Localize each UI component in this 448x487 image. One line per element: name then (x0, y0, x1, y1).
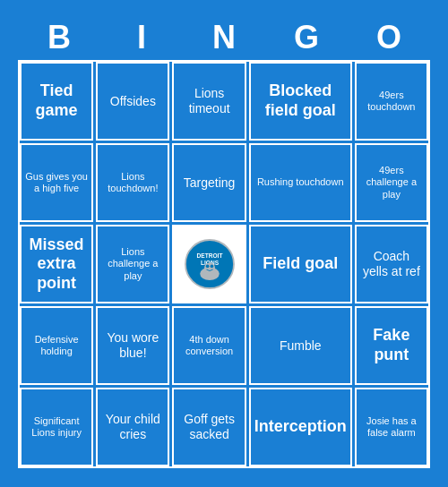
svg-point-5 (205, 265, 209, 269)
cell-text-0: Tied game (25, 81, 88, 120)
bingo-cell-3[interactable]: Blocked field goal (249, 62, 352, 141)
bingo-cell-23[interactable]: Interception (249, 388, 352, 466)
cell-text-8: Rushing touchdown (257, 176, 344, 188)
bingo-card: BINGO Tied gameOffsidesLions timeoutBloc… (9, 10, 439, 477)
bingo-cell-21[interactable]: Your child cries (96, 388, 169, 466)
bingo-cell-22[interactable]: Goff gets sacked (172, 388, 246, 466)
cell-text-5: Gus gives you a high five (25, 171, 88, 194)
bingo-letter-i: I (102, 19, 181, 56)
svg-text:DETROIT: DETROIT (196, 252, 222, 259)
bingo-cell-10[interactable]: Missed extra point (20, 225, 93, 303)
bingo-header: BINGO (18, 19, 430, 56)
cell-text-3: Blocked field goal (254, 81, 347, 120)
cell-text-11: Lions challenge a play (101, 246, 164, 282)
cell-text-15: Defensive holding (25, 334, 88, 357)
bingo-cell-7[interactable]: Targeting (172, 143, 246, 222)
cell-text-1: Offsides (110, 94, 156, 109)
bingo-cell-8[interactable]: Rushing touchdown (249, 143, 352, 222)
cell-text-18: Fumble (280, 338, 322, 354)
bingo-letter-g: G (267, 19, 346, 56)
cell-text-13: Field goal (263, 254, 338, 274)
bingo-letter-o: O (349, 19, 428, 56)
bingo-cell-14[interactable]: Coach yells at ref (355, 225, 428, 303)
cell-text-23: Interception (254, 417, 347, 437)
bingo-cell-12[interactable]: DETROIT LIONS (172, 225, 246, 303)
bingo-cell-19[interactable]: Fake punt (355, 306, 428, 385)
bingo-cell-17[interactable]: 4th down conversion (172, 306, 246, 385)
bingo-cell-15[interactable]: Defensive holding (20, 306, 93, 385)
bingo-cell-2[interactable]: Lions timeout (172, 62, 246, 141)
cell-text-24: Josie has a false alarm (360, 415, 423, 439)
cell-text-17: 4th down conversion (177, 334, 240, 357)
bingo-letter-n: N (185, 19, 263, 56)
bingo-cell-18[interactable]: Fumble (249, 306, 352, 385)
cell-text-10: Missed extra point (25, 235, 88, 294)
bingo-grid: Tied gameOffsidesLions timeoutBlocked fi… (18, 60, 430, 468)
bingo-cell-13[interactable]: Field goal (249, 225, 352, 303)
cell-text-21: Your child cries (101, 412, 164, 442)
cell-text-22: Goff gets sacked (177, 412, 240, 442)
bingo-cell-20[interactable]: Significant Lions injury (20, 388, 93, 466)
bingo-cell-24[interactable]: Josie has a false alarm (355, 388, 428, 466)
cell-text-16: You wore blue! (101, 330, 164, 361)
bingo-cell-9[interactable]: 49ers challenge a play (355, 143, 428, 222)
cell-text-20: Significant Lions injury (25, 415, 88, 439)
cell-text-14: Coach yells at ref (360, 249, 423, 279)
bingo-cell-11[interactable]: Lions challenge a play (96, 225, 169, 303)
bingo-cell-5[interactable]: Gus gives you a high five (20, 143, 93, 222)
bingo-cell-1[interactable]: Offsides (96, 62, 169, 141)
cell-text-6: Lions touchdown! (101, 171, 164, 194)
cell-text-2: Lions timeout (177, 86, 240, 116)
bingo-cell-4[interactable]: 49ers touchdown (355, 62, 428, 141)
svg-point-6 (210, 265, 213, 269)
svg-point-4 (204, 262, 215, 273)
cell-text-7: Targeting (184, 175, 236, 191)
cell-text-4: 49ers touchdown (360, 90, 423, 113)
bingo-cell-6[interactable]: Lions touchdown! (96, 143, 169, 222)
cell-text-19: Fake punt (360, 326, 423, 364)
bingo-cell-0[interactable]: Tied game (20, 62, 93, 141)
bingo-letter-b: B (20, 19, 99, 56)
bingo-cell-16[interactable]: You wore blue! (96, 306, 169, 385)
cell-text-9: 49ers challenge a play (360, 165, 423, 201)
